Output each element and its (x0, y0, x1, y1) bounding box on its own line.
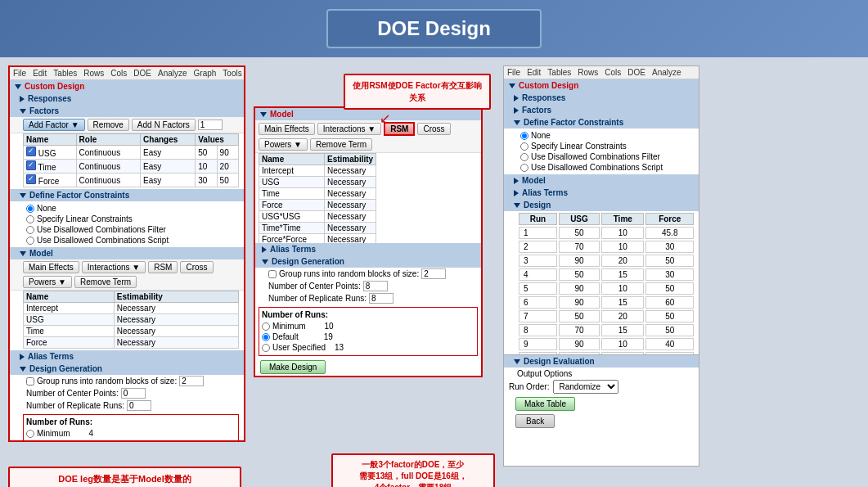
design-table-row: 6901560 (519, 296, 694, 309)
middle-tab-interactions[interactable]: Interactions ▼ (317, 123, 381, 135)
r-menu-file[interactable]: File (507, 68, 520, 77)
mid-row-force: ForceNecessary (259, 200, 376, 211)
middle-model-header[interactable]: Model (255, 108, 481, 120)
right-custom-design-label: Custom Design (519, 81, 578, 90)
define-factor-constraints-section[interactable]: Define Factor Constraints (10, 189, 244, 201)
right-factors-section[interactable]: Factors (504, 104, 699, 116)
add-factor-button[interactable]: Add Factor ▼ (23, 119, 85, 131)
mid-group-runs-checkbox[interactable] (268, 270, 277, 278)
r-menu-cols[interactable]: Cols (605, 68, 621, 77)
design-generation-options: Group runs into random blocks of size: N… (10, 375, 244, 412)
mid-runs-minimum[interactable]: Minimum 10 (262, 321, 474, 331)
constraints-label: Define Factor Constraints (29, 191, 129, 200)
tab-remove-term[interactable]: Remove Term (74, 276, 137, 288)
right-constraints-section[interactable]: Define Factor Constraints (504, 116, 699, 129)
right-constraint-none[interactable]: None (520, 130, 692, 141)
right-constraint-linear[interactable]: Specify Linear Constraints (520, 141, 692, 151)
menu-analyze[interactable]: Analyze (158, 69, 187, 78)
constraint-disallowed-filter[interactable]: Use Disallowed Combinations Filter (26, 224, 237, 235)
design-col-usg: USG (559, 213, 600, 225)
mid-alias-section[interactable]: Alias Terms (255, 243, 481, 255)
mid-group-runs-input[interactable] (421, 268, 446, 279)
constraint-none[interactable]: None (26, 203, 237, 214)
mid-center-points-input[interactable] (363, 281, 388, 291)
menu-tools[interactable]: Tools (223, 69, 241, 78)
design-col-force: Force (645, 213, 694, 225)
n-factors-input[interactable] (198, 119, 223, 130)
main-content: File Edit Tables Rows Cols DOE Analyze G… (0, 57, 868, 487)
right-design-icon (514, 203, 520, 208)
tab-powers[interactable]: Powers ▼ (23, 276, 72, 288)
menu-graph[interactable]: Graph (194, 69, 217, 78)
factor-row-force: Force Continuous Easy 30 50 (24, 174, 239, 187)
make-table-button[interactable]: Make Table (515, 397, 575, 411)
design-generation-section[interactable]: Design Generation (10, 363, 244, 375)
menu-rows[interactable]: Rows (83, 69, 104, 78)
menu-edit[interactable]: Edit (33, 69, 47, 78)
mid-make-design-container: Make Design (255, 358, 481, 376)
right-alias-section[interactable]: Alias Terms (504, 187, 699, 199)
replicate-runs-input[interactable] (127, 400, 151, 411)
middle-tab-remove-term[interactable]: Remove Term (310, 138, 372, 151)
force-check[interactable] (26, 174, 36, 184)
right-constraint-filter[interactable]: Use Disallowed Combinations Filter (520, 151, 692, 162)
run-order-select[interactable]: Randomize Sequential Sort by Factor (553, 380, 618, 394)
design-table-row: 9901040 (519, 338, 694, 350)
custom-design-label: Custom Design (25, 82, 84, 91)
group-runs-checkbox[interactable] (26, 377, 34, 386)
constraint-disallowed-script[interactable]: Use Disallowed Combinations Script (26, 235, 237, 246)
group-runs-input[interactable] (179, 376, 204, 386)
menu-file[interactable]: File (13, 69, 26, 78)
r-menu-analyze[interactable]: Analyze (652, 68, 681, 77)
right-design-section[interactable]: Design (504, 199, 699, 211)
right-constraint-script[interactable]: Use Disallowed Combinations Script (520, 162, 692, 173)
r-menu-rows[interactable]: Rows (578, 68, 598, 77)
tab-rsm[interactable]: RSM (148, 261, 178, 273)
mid-row-usg-usg: USG*USGNecessary (259, 211, 376, 223)
middle-tab-cross[interactable]: Cross (417, 123, 450, 135)
middle-tab-main-effects[interactable]: Main Effects (259, 123, 315, 135)
mid-make-design-button[interactable]: Make Design (260, 360, 326, 374)
usg-check[interactable] (26, 147, 36, 156)
model-tabs: Main Effects Interactions ▼ RSM Cross Po… (10, 259, 244, 291)
eval-toggle-icon (514, 359, 520, 364)
tab-interactions[interactable]: Interactions ▼ (82, 261, 146, 273)
mid-runs-title: Number of Runs: (262, 310, 474, 319)
tab-cross[interactable]: Cross (180, 261, 213, 273)
time-check[interactable] (26, 160, 36, 170)
right-custom-design-header[interactable]: Custom Design (504, 79, 699, 92)
right-constraints-icon (514, 120, 520, 125)
r-menu-edit[interactable]: Edit (527, 68, 541, 77)
center-points-input[interactable] (121, 388, 146, 399)
responses-section[interactable]: Responses (10, 92, 244, 105)
design-table-container: Run USG Time Force 1501045.8270103039020… (504, 211, 699, 354)
r-menu-doe[interactable]: DOE (627, 68, 645, 77)
design-evaluation-section[interactable]: Design Evaluation (504, 354, 699, 368)
mid-runs-default[interactable]: Default 19 (262, 331, 474, 342)
add-n-factors-button[interactable]: Add N Factors (132, 119, 196, 131)
middle-tab-powers[interactable]: Powers ▼ (259, 138, 308, 151)
mid-runs-user-specified[interactable]: User Specified 13 (262, 342, 474, 353)
menu-doe[interactable]: DOE (133, 69, 151, 78)
tab-main-effects[interactable]: Main Effects (23, 261, 79, 273)
menu-tables[interactable]: Tables (53, 69, 77, 78)
remove-button[interactable]: Remove (88, 119, 129, 131)
menu-cols[interactable]: Cols (110, 69, 127, 78)
right-responses-section[interactable]: Responses (504, 92, 699, 104)
mid-replicate-runs-input[interactable] (369, 293, 394, 304)
model-table-container: Name Estimability InterceptNecessary USG… (10, 291, 244, 350)
factors-section[interactable]: Factors (10, 105, 244, 117)
constraint-linear[interactable]: Specify Linear Constraints (26, 214, 237, 224)
custom-design-header[interactable]: Custom Design (10, 80, 244, 92)
right-model-section[interactable]: Model (504, 174, 699, 187)
run-order-row: Run Order: Randomize Sequential Sort by … (504, 378, 699, 395)
alias-terms-section[interactable]: Alias Terms (10, 350, 244, 363)
back-button[interactable]: Back (515, 414, 555, 428)
mid-row-time: TimeNecessary (259, 188, 376, 200)
r-menu-tables[interactable]: Tables (547, 68, 571, 77)
middle-model-panel: Model Main Effects Interactions ▼ RSM Cr… (254, 106, 483, 377)
model-section[interactable]: Model (10, 247, 244, 259)
mid-design-gen-section[interactable]: Design Generation (255, 255, 481, 268)
runs-default[interactable]: Default 10 (26, 439, 236, 442)
runs-minimum[interactable]: Minimum 4 (26, 428, 236, 439)
